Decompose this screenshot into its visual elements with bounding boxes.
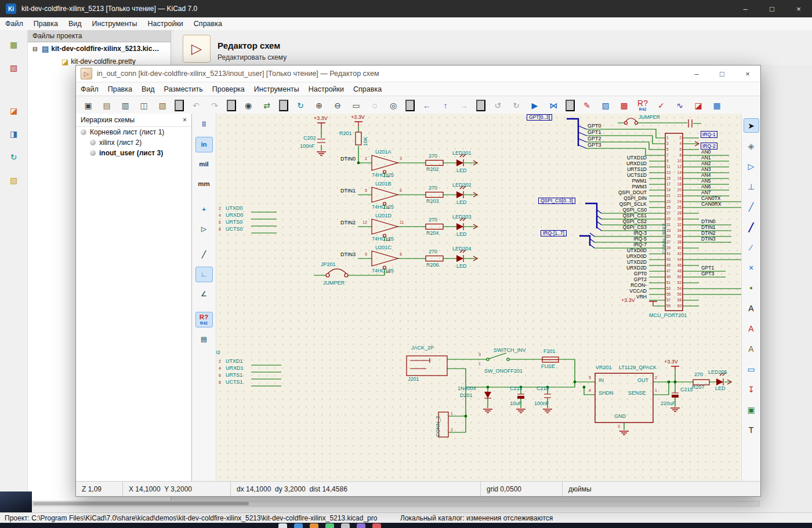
open-project-folder-button[interactable]: ▨ [3, 170, 24, 190]
menu-item[interactable]: Проверка [208, 85, 249, 93]
fields-table-button[interactable]: ▦ [708, 98, 726, 113]
redo-button[interactable]: ↷ [206, 98, 223, 113]
taskbar-app-icon[interactable] [325, 523, 334, 528]
units-mils-button[interactable]: mil [195, 156, 213, 172]
nav-back-button[interactable]: ← [418, 98, 436, 113]
units-mm-button[interactable]: mm [195, 176, 213, 192]
cursor-shape-button[interactable]: + [195, 202, 213, 217]
free-angle-wires-button[interactable]: ╱ [195, 247, 213, 263]
menu-item[interactable]: Настройки [304, 85, 349, 93]
editor-titlebar[interactable]: ▷ in_out_conn [kit-dev-coldfire-xilinx_5… [76, 65, 760, 82]
sheet-pin-tool[interactable]: ↧ [744, 382, 759, 396]
menu-item[interactable]: Настройки [143, 20, 188, 28]
footprint-assign-button[interactable]: ▩ [615, 98, 633, 113]
global-label-tool[interactable]: A [744, 321, 759, 336]
bus-tool[interactable]: ╱ [744, 220, 759, 234]
horizontal-scrollbar[interactable] [32, 501, 760, 507]
menu-item[interactable]: Разместить [160, 85, 208, 93]
navigator-button[interactable]: ▶ [526, 98, 543, 113]
junction-tool[interactable]: • [744, 281, 759, 295]
find-replace-button[interactable]: ⇄ [258, 98, 276, 113]
hidden-pins-button[interactable]: ▷ [195, 221, 213, 237]
menu-item[interactable]: Правка [103, 85, 137, 93]
zoom-objects-button[interactable]: ◎ [385, 98, 402, 113]
taskbar-app-icon[interactable] [357, 523, 365, 528]
unarchive-project-button[interactable]: ▧ [3, 58, 24, 78]
launcher-title[interactable]: Редактор схем [217, 41, 280, 50]
hierarchical-label-tool[interactable]: A [744, 341, 759, 356]
rotate-cw-button[interactable]: ↻ [507, 98, 525, 113]
highlight-net-tool[interactable]: ◈ [744, 139, 759, 153]
panel-close-icon[interactable]: × [183, 116, 187, 124]
save-button[interactable]: ▣ [79, 98, 97, 113]
undo-button[interactable]: ↶ [187, 98, 205, 113]
wire-tool[interactable]: ╱ [744, 199, 759, 214]
taskbar-app-icon[interactable] [310, 523, 318, 528]
menu-item[interactable]: Правка [28, 20, 63, 28]
edit-symbol-button[interactable]: ✎ [578, 98, 596, 113]
menu-item[interactable]: Вид [137, 85, 160, 93]
menu-item[interactable]: Инструменты [249, 85, 304, 93]
mirror-button[interactable]: ⋈ [545, 98, 562, 113]
bus-entry-tool[interactable]: ∕ [744, 240, 759, 254]
text-tool[interactable]: T [744, 423, 759, 437]
rotate-ccw-button[interactable]: ↺ [489, 98, 506, 113]
refresh-tree-button[interactable]: ↻ [3, 147, 24, 167]
expander-icon[interactable]: ⊟ [32, 46, 39, 52]
hierarchy-sheet-item[interactable]: Корневой лист (лист 1) [76, 127, 191, 137]
no-connect-tool[interactable]: × [744, 260, 759, 275]
refresh-view-button[interactable]: ↻ [292, 98, 309, 113]
angle45-wires-button[interactable]: ∠ [195, 286, 213, 302]
plot-button[interactable]: ◫ [135, 98, 153, 113]
menu-item[interactable]: Инструменты [87, 20, 143, 28]
annotate-button[interactable]: R?R42 [634, 98, 651, 113]
hv-wires-button[interactable]: ∟ [195, 267, 213, 282]
simulator-button[interactable]: ∿ [671, 98, 688, 113]
find-button[interactable]: ◉ [240, 98, 257, 113]
plot-schematic-button[interactable]: ◪ [690, 98, 707, 113]
menu-item[interactable]: Справка [188, 20, 227, 28]
library-browser-button[interactable]: ▨ [597, 98, 614, 113]
taskbar-app-icon[interactable] [341, 523, 350, 528]
schematic-editor-launcher[interactable]: ▷ [183, 35, 211, 63]
select-tool[interactable]: ➤ [744, 118, 759, 133]
menu-item[interactable]: Файл [0, 20, 28, 28]
erc-button[interactable]: ✓ [652, 98, 670, 113]
taskbar-app-icon[interactable] [278, 523, 287, 528]
editor-close-button[interactable]: × [735, 65, 760, 82]
sheet-tool[interactable]: ▭ [744, 362, 759, 376]
project-tree-item[interactable]: ⊟ ▤ kit-dev-coldfire-xilinx_5213.kicad_p… [28, 42, 171, 55]
bitmap-image-tool[interactable]: ▣ [744, 402, 759, 417]
bitmap-converter-button[interactable]: ◪ [3, 101, 24, 121]
paste-button[interactable]: ▧ [154, 98, 171, 113]
hierarchy-sheet-item[interactable]: inout_user (лист 3) [76, 148, 191, 158]
main-titlebar[interactable]: Ki kit-dev-coldfire-xilinx_5213 [Только … [0, 0, 812, 17]
place-power-tool[interactable]: ⊥ [744, 179, 759, 194]
units-inches-button[interactable]: in [195, 137, 213, 152]
zoom-fit-button[interactable]: ▭ [347, 98, 365, 113]
minimize-button[interactable]: – [732, 0, 759, 17]
menu-item[interactable]: Файл [76, 85, 103, 93]
hierarchy-sheet-item[interactable]: xilinx (лист 2) [76, 137, 191, 148]
place-symbol-tool[interactable]: ▷ [744, 159, 759, 173]
net-label-tool[interactable]: A [744, 301, 759, 315]
close-button[interactable]: × [785, 0, 812, 17]
nav-up-button[interactable]: ↑ [437, 98, 454, 113]
zoom-in-button[interactable]: ⊕ [310, 98, 328, 113]
editor-maximize-button[interactable]: □ [709, 65, 735, 82]
zoom-selection-button[interactable]: ◌ [366, 98, 383, 113]
page-settings-button[interactable]: ▤ [98, 98, 115, 113]
calculator-tools-button[interactable]: ◨ [3, 124, 24, 144]
archive-project-button[interactable]: ▦ [3, 35, 24, 54]
maximize-button[interactable]: □ [759, 0, 785, 17]
taskbar-app-icon[interactable] [372, 523, 381, 528]
editor-minimize-button[interactable]: – [684, 65, 709, 82]
grid-toggle-button[interactable]: ⠿ [195, 117, 213, 133]
schematic-canvas[interactable]: +3.3V+3.3VC202100nFR20110KDTIN0U201A2317… [216, 114, 741, 481]
taskbar-app-icon[interactable] [294, 523, 303, 528]
zoom-out-button[interactable]: ⊖ [329, 98, 346, 113]
sheet-borders-toggle[interactable]: ▤ [195, 332, 213, 347]
menu-item[interactable]: Вид [63, 20, 87, 28]
nav-forward-button[interactable]: → [455, 98, 473, 113]
menu-item[interactable]: Справка [349, 85, 386, 93]
